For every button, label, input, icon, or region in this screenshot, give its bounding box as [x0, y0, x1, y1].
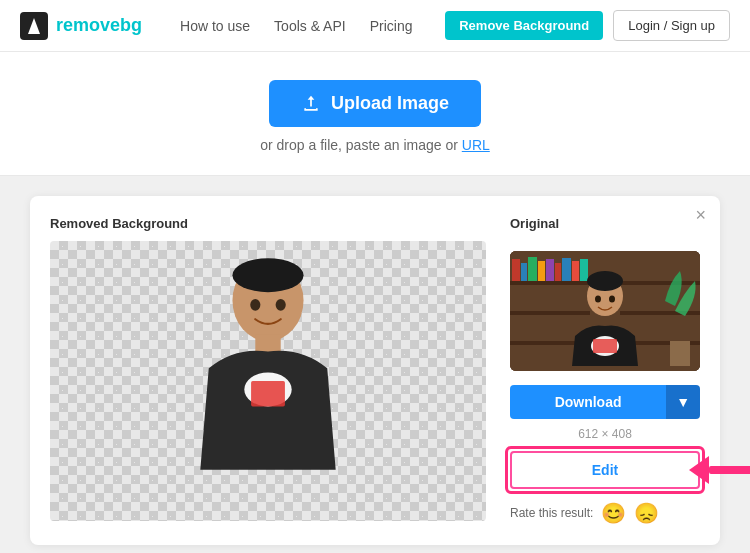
happy-rating-icon[interactable]: 😊	[601, 501, 626, 525]
svg-rect-6	[251, 381, 285, 406]
original-label: Original	[510, 216, 700, 231]
removed-bg-preview	[50, 241, 486, 521]
download-group: Download ▼	[510, 385, 700, 419]
svg-rect-32	[670, 341, 690, 366]
main-content: × Removed Background	[0, 176, 750, 553]
person-silhouette	[158, 241, 378, 521]
original-preview	[510, 251, 700, 371]
main-nav: How to use Tools & API Pricing	[180, 18, 417, 34]
logo-icon	[20, 12, 48, 40]
svg-point-7	[250, 299, 260, 311]
svg-rect-29	[593, 339, 617, 353]
svg-rect-11	[510, 281, 590, 285]
login-button[interactable]: Login / Sign up	[613, 10, 730, 41]
removed-bg-label: Removed Background	[50, 216, 486, 231]
svg-point-27	[587, 271, 623, 291]
logo-text: removebg	[56, 15, 142, 36]
svg-rect-25	[580, 259, 588, 281]
arrow-body	[709, 466, 750, 474]
logo[interactable]: removebg	[20, 12, 142, 40]
svg-point-30	[595, 296, 601, 303]
remove-background-button[interactable]: Remove Background	[445, 11, 603, 40]
svg-rect-12	[510, 311, 590, 315]
action-area: Download ▼ 612 × 408 Edit Rate this	[510, 385, 700, 525]
download-dropdown-button[interactable]: ▼	[666, 385, 700, 419]
edit-button-area: Edit	[510, 451, 700, 489]
download-button[interactable]: Download	[510, 385, 666, 419]
svg-point-8	[276, 299, 286, 311]
svg-rect-24	[572, 261, 579, 281]
svg-rect-21	[546, 259, 554, 281]
nav-pricing[interactable]: Pricing	[370, 18, 413, 34]
nav-tools-api[interactable]: Tools & API	[274, 18, 346, 34]
svg-point-3	[232, 258, 303, 292]
dimensions-text: 612 × 408	[510, 427, 700, 441]
svg-rect-23	[562, 258, 571, 281]
upload-icon	[301, 94, 321, 114]
left-panel: Removed Background	[50, 216, 486, 525]
upload-image-button[interactable]: Upload Image	[269, 80, 481, 127]
close-button[interactable]: ×	[695, 206, 706, 224]
url-link[interactable]: URL	[462, 137, 490, 153]
svg-point-31	[609, 296, 615, 303]
nav-how-to-use[interactable]: How to use	[180, 18, 250, 34]
svg-rect-15	[620, 311, 700, 315]
hero-section: Upload Image or drop a file, paste an im…	[0, 52, 750, 176]
result-card: × Removed Background	[30, 196, 720, 545]
arrow-head	[689, 456, 709, 484]
rate-area: Rate this result: 😊 😞	[510, 501, 700, 525]
hero-subtitle: or drop a file, paste an image or URL	[0, 137, 750, 153]
svg-rect-19	[528, 257, 537, 281]
svg-rect-20	[538, 261, 545, 281]
svg-rect-14	[620, 281, 700, 285]
header-actions: Remove Background Login / Sign up	[445, 10, 730, 41]
original-scene	[510, 251, 700, 371]
svg-rect-18	[521, 263, 527, 281]
header: removebg How to use Tools & API Pricing …	[0, 0, 750, 52]
rate-label: Rate this result:	[510, 506, 593, 520]
right-panel: Original	[510, 216, 700, 525]
svg-rect-22	[555, 263, 561, 281]
sad-rating-icon[interactable]: 😞	[634, 501, 659, 525]
pink-arrow	[690, 456, 750, 484]
original-img	[510, 251, 700, 371]
svg-rect-17	[512, 259, 520, 281]
edit-button[interactable]: Edit	[510, 451, 700, 489]
